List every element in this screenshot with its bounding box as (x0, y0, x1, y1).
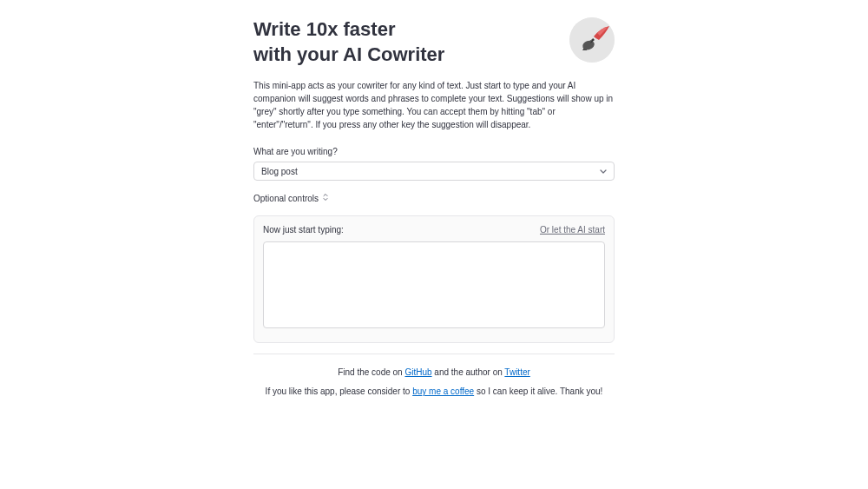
coffee-link[interactable]: buy me a coffee (412, 387, 474, 396)
editor-typing-label: Now just start typing: (263, 225, 344, 235)
optional-controls-label: Optional controls (253, 194, 319, 203)
optional-controls-toggle[interactable]: Optional controls (253, 193, 615, 203)
page-title: Write 10x faster with your AI Cowriter (253, 17, 444, 67)
ai-start-link[interactable]: Or let the AI start (540, 225, 605, 235)
footer-support-line: If you like this app, please consider to… (253, 384, 615, 400)
main-textarea[interactable] (263, 241, 605, 328)
footer-support-prefix: If you like this app, please consider to (266, 387, 413, 396)
title-line-1: Write 10x faster (253, 18, 395, 40)
github-link[interactable]: GitHub (404, 367, 431, 377)
title-line-2: with your AI Cowriter (253, 43, 444, 65)
footer-code-line: Find the code on GitHub and the author o… (253, 365, 615, 380)
footer-author-mid: and the author on (432, 367, 505, 377)
footer-support-suffix: so I can keep it alive. Thank you! (474, 387, 602, 396)
writing-type-select[interactable]: Blog post (253, 162, 615, 181)
logo-hand-feather-icon (569, 17, 615, 63)
editor-header: Now just start typing: Or let the AI sta… (263, 225, 605, 235)
main-container: Write 10x faster with your AI Cowriter T… (253, 0, 615, 400)
editor-panel: Now just start typing: Or let the AI sta… (253, 215, 615, 343)
description-text: This mini-app acts as your cowriter for … (253, 79, 615, 131)
writing-type-label: What are you writing? (253, 147, 615, 156)
header-row: Write 10x faster with your AI Cowriter (253, 17, 615, 67)
footer-code-prefix: Find the code on (338, 367, 404, 377)
footer: Find the code on GitHub and the author o… (253, 365, 615, 400)
expand-collapse-icon (322, 193, 329, 203)
divider (253, 354, 615, 354)
twitter-link[interactable]: Twitter (504, 367, 529, 377)
writing-type-select-wrap: Blog post (253, 162, 615, 181)
